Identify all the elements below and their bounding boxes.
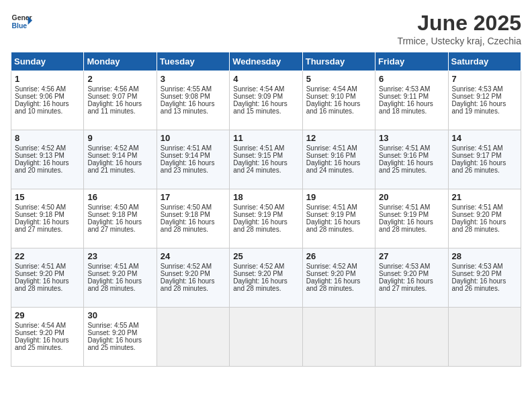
sunset-label: Sunset: 9:08 PM xyxy=(161,93,210,100)
sunrise-label: Sunrise: 4:52 AM xyxy=(15,144,66,152)
day-number: 21 xyxy=(452,192,517,202)
calendar-cell: 10 Sunrise: 4:51 AM Sunset: 9:14 PM Dayl… xyxy=(157,130,229,189)
sunset-label: Sunset: 9:19 PM xyxy=(306,211,356,218)
sunset-label: Sunset: 9:11 PM xyxy=(379,93,429,100)
calendar-cell xyxy=(302,308,375,367)
daylight-label: Daylight: 16 hours and 27 minutes. xyxy=(87,218,142,233)
calendar-cell: 6 Sunrise: 4:53 AM Sunset: 9:11 PM Dayli… xyxy=(375,71,448,130)
sunset-label: Sunset: 9:07 PM xyxy=(87,93,137,100)
day-number: 6 xyxy=(379,74,444,84)
sunrise-label: Sunrise: 4:53 AM xyxy=(379,263,430,270)
sunrise-label: Sunrise: 4:56 AM xyxy=(15,85,66,93)
sunset-label: Sunset: 9:20 PM xyxy=(15,329,64,336)
daylight-label: Daylight: 16 hours and 27 minutes. xyxy=(379,277,433,292)
day-number: 16 xyxy=(87,192,152,202)
sunrise-label: Sunrise: 4:50 AM xyxy=(15,203,66,211)
calendar-cell: 27 Sunrise: 4:53 AM Sunset: 9:20 PM Dayl… xyxy=(375,248,448,308)
daylight-label: Daylight: 16 hours and 10 minutes. xyxy=(15,100,69,115)
sunset-label: Sunset: 9:06 PM xyxy=(15,93,64,100)
sunrise-label: Sunrise: 4:54 AM xyxy=(306,85,357,93)
calendar-cell: 9 Sunrise: 4:52 AM Sunset: 9:14 PM Dayli… xyxy=(84,130,157,189)
daylight-label: Daylight: 16 hours and 28 minutes. xyxy=(306,218,361,233)
sunrise-label: Sunrise: 4:50 AM xyxy=(161,203,212,211)
sunrise-label: Sunrise: 4:52 AM xyxy=(161,263,212,270)
sunrise-label: Sunrise: 4:54 AM xyxy=(233,85,284,93)
sunrise-label: Sunrise: 4:52 AM xyxy=(306,263,357,270)
sunset-label: Sunset: 9:19 PM xyxy=(379,211,429,218)
col-header-thursday: Thursday xyxy=(302,52,375,71)
calendar-cell: 30 Sunrise: 4:55 AM Sunset: 9:20 PM Dayl… xyxy=(84,308,157,367)
calendar-cell: 29 Sunrise: 4:54 AM Sunset: 9:20 PM Dayl… xyxy=(11,308,84,367)
calendar-cell: 5 Sunrise: 4:54 AM Sunset: 9:10 PM Dayli… xyxy=(302,71,375,130)
sunset-label: Sunset: 9:14 PM xyxy=(161,152,210,159)
day-number: 4 xyxy=(233,74,298,84)
calendar-cell: 13 Sunrise: 4:51 AM Sunset: 9:16 PM Dayl… xyxy=(375,130,448,189)
svg-text:Blue: Blue xyxy=(12,22,28,30)
daylight-label: Daylight: 16 hours and 16 minutes. xyxy=(306,100,361,115)
sunset-label: Sunset: 9:20 PM xyxy=(452,211,502,218)
daylight-label: Daylight: 16 hours and 28 minutes. xyxy=(233,277,287,292)
calendar-cell: 8 Sunrise: 4:52 AM Sunset: 9:13 PM Dayli… xyxy=(11,130,84,189)
page-header: General Blue June 2025 Trmice, Ustecky k… xyxy=(11,11,521,46)
daylight-label: Daylight: 16 hours and 28 minutes. xyxy=(306,277,361,292)
day-number: 17 xyxy=(161,192,226,202)
day-number: 30 xyxy=(87,310,152,320)
calendar-cell xyxy=(157,308,229,367)
sunrise-label: Sunrise: 4:51 AM xyxy=(379,203,430,211)
col-header-monday: Monday xyxy=(84,52,157,71)
day-number: 3 xyxy=(161,74,226,84)
daylight-label: Daylight: 16 hours and 28 minutes. xyxy=(233,218,287,233)
week-row-5: 29 Sunrise: 4:54 AM Sunset: 9:20 PM Dayl… xyxy=(11,308,521,367)
calendar-cell: 22 Sunrise: 4:51 AM Sunset: 9:20 PM Dayl… xyxy=(11,248,84,308)
calendar-cell: 26 Sunrise: 4:52 AM Sunset: 9:20 PM Dayl… xyxy=(302,248,375,308)
calendar-cell: 12 Sunrise: 4:51 AM Sunset: 9:16 PM Dayl… xyxy=(302,130,375,189)
day-number: 18 xyxy=(233,192,298,202)
daylight-label: Daylight: 16 hours and 19 minutes. xyxy=(452,100,506,115)
col-header-friday: Friday xyxy=(375,52,448,71)
calendar-cell: 16 Sunrise: 4:50 AM Sunset: 9:18 PM Dayl… xyxy=(84,189,157,248)
daylight-label: Daylight: 16 hours and 20 minutes. xyxy=(15,159,69,174)
sunrise-label: Sunrise: 4:51 AM xyxy=(306,203,357,211)
sunset-label: Sunset: 9:20 PM xyxy=(233,270,283,277)
day-number: 5 xyxy=(306,74,371,84)
month-title: June 2025 xyxy=(397,11,521,36)
header-row: SundayMondayTuesdayWednesdayThursdayFrid… xyxy=(11,52,521,71)
sunrise-label: Sunrise: 4:53 AM xyxy=(452,85,503,93)
week-row-1: 1 Sunrise: 4:56 AM Sunset: 9:06 PM Dayli… xyxy=(11,71,521,130)
daylight-label: Daylight: 16 hours and 26 minutes. xyxy=(452,159,506,174)
day-number: 22 xyxy=(15,251,80,261)
day-number: 15 xyxy=(15,192,80,202)
sunset-label: Sunset: 9:18 PM xyxy=(87,211,137,218)
sunrise-label: Sunrise: 4:51 AM xyxy=(161,144,212,152)
sunrise-label: Sunrise: 4:52 AM xyxy=(87,144,138,152)
day-number: 25 xyxy=(233,251,298,261)
calendar-cell: 3 Sunrise: 4:55 AM Sunset: 9:08 PM Dayli… xyxy=(157,71,229,130)
day-number: 1 xyxy=(15,74,80,84)
sunset-label: Sunset: 9:10 PM xyxy=(306,93,356,100)
sunset-label: Sunset: 9:20 PM xyxy=(87,270,137,277)
daylight-label: Daylight: 16 hours and 25 minutes. xyxy=(379,159,433,174)
day-number: 9 xyxy=(87,133,152,143)
day-number: 13 xyxy=(379,133,444,143)
day-number: 19 xyxy=(306,192,371,202)
calendar-cell: 17 Sunrise: 4:50 AM Sunset: 9:18 PM Dayl… xyxy=(157,189,229,248)
day-number: 10 xyxy=(161,133,226,143)
week-row-2: 8 Sunrise: 4:52 AM Sunset: 9:13 PM Dayli… xyxy=(11,130,521,189)
week-row-3: 15 Sunrise: 4:50 AM Sunset: 9:18 PM Dayl… xyxy=(11,189,521,248)
calendar-cell: 21 Sunrise: 4:51 AM Sunset: 9:20 PM Dayl… xyxy=(448,189,521,248)
sunset-label: Sunset: 9:16 PM xyxy=(379,152,429,159)
calendar-cell: 24 Sunrise: 4:52 AM Sunset: 9:20 PM Dayl… xyxy=(157,248,229,308)
sunrise-label: Sunrise: 4:51 AM xyxy=(452,144,503,152)
day-number: 23 xyxy=(87,251,152,261)
sunrise-label: Sunrise: 4:56 AM xyxy=(87,85,138,93)
col-header-wednesday: Wednesday xyxy=(230,52,302,71)
col-header-tuesday: Tuesday xyxy=(157,52,229,71)
daylight-label: Daylight: 16 hours and 24 minutes. xyxy=(233,159,287,174)
calendar-cell xyxy=(230,308,302,367)
day-number: 2 xyxy=(87,74,152,84)
sunrise-label: Sunrise: 4:51 AM xyxy=(87,263,138,270)
sunset-label: Sunset: 9:20 PM xyxy=(15,270,64,277)
daylight-label: Daylight: 16 hours and 21 minutes. xyxy=(87,159,142,174)
day-number: 8 xyxy=(15,133,80,143)
sunset-label: Sunset: 9:15 PM xyxy=(233,152,283,159)
